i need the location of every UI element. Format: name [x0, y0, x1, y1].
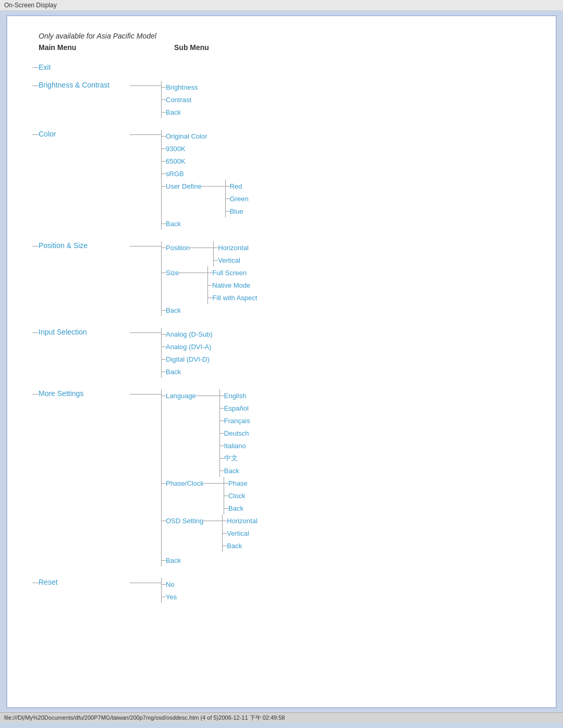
osd-back: Back: [227, 542, 242, 550]
phase-item: Phase: [228, 479, 248, 487]
francais-item: Français: [224, 417, 250, 425]
position-item: Position: [166, 244, 190, 252]
clock-item: Clock: [228, 492, 246, 500]
size-item: Size: [166, 269, 179, 277]
italiano-item: Italiano: [224, 442, 246, 450]
digital-dvid-item: Digital (DVI-D): [166, 355, 210, 363]
6500k-item: 6500K: [166, 157, 186, 165]
status-text: file:///D|/My%20Documents/dfu/200P7MG/ta…: [4, 714, 285, 721]
more-settings-back: Back: [166, 557, 181, 564]
full-screen-item: Full Screen: [212, 269, 247, 277]
user-define-item: User Define: [166, 182, 202, 190]
menu-reset: Reset No Yes: [32, 578, 535, 603]
color-back-item: Back: [166, 220, 181, 228]
brightness-contrast-label: Brightness & Contrast: [39, 81, 130, 89]
menu-color: Color Original Color 9300K 6500K: [32, 130, 535, 230]
input-selection-label: Input Selection: [39, 328, 130, 336]
header-note: Only available for Asia Pacific Model: [39, 32, 535, 40]
title-bar: On-Screen Display: [0, 0, 563, 11]
osd-vertical: Vertical: [227, 529, 249, 537]
reset-yes: Yes: [166, 593, 177, 601]
analog-dsub-item: Analog (D-Sub): [166, 330, 213, 338]
language-item: Language: [166, 392, 196, 400]
pos-back-item: Back: [166, 306, 181, 314]
fill-aspect-item: Fill with Aspect: [212, 294, 257, 302]
red-item: Red: [230, 182, 242, 190]
osd-menu: Exit Brightness & Contrast Brightness Co…: [39, 58, 535, 603]
lang-back-item: Back: [224, 467, 239, 475]
col-header-sub: Sub Menu: [174, 43, 209, 52]
deutsch-item: Deutsch: [224, 429, 249, 437]
analog-dvia-item: Analog (DVI-A): [166, 343, 211, 351]
status-bar: file:///D|/My%20Documents/dfu/200P7MG/ta…: [0, 712, 563, 723]
brightness-item: Brightness: [166, 83, 198, 91]
contrast-item: Contrast: [166, 96, 191, 104]
chinese-item: 中文: [224, 453, 238, 463]
blue-item: Blue: [230, 207, 243, 215]
reset-no: No: [166, 581, 175, 588]
menu-brightness-contrast: Brightness & Contrast Brightness Contras…: [32, 81, 535, 118]
menu-input-selection: Input Selection Analog (D-Sub) Analog (D…: [32, 328, 535, 378]
position-vertical: Vertical: [218, 256, 240, 264]
green-item: Green: [230, 195, 249, 203]
english-item: English: [224, 392, 247, 400]
9300k-item: 9300K: [166, 145, 186, 153]
native-mode-item: Native Mode: [212, 281, 250, 289]
menu-exit: Exit: [32, 63, 535, 71]
exit-label: Exit: [39, 63, 51, 71]
color-label: Color: [39, 130, 130, 138]
osd-setting-item: OSD Setting: [166, 517, 203, 525]
bc-back-item: Back: [166, 108, 181, 116]
reset-label: Reset: [39, 578, 130, 586]
position-horizontal: Horizontal: [218, 244, 249, 252]
menu-more-settings: More Settings Language: [32, 389, 535, 566]
phase-clock-item: Phase/Clock: [166, 479, 204, 487]
osd-horizontal: Horizontal: [227, 517, 258, 525]
pc-back-item: Back: [228, 504, 243, 512]
input-back-item: Back: [166, 368, 181, 376]
position-size-label: Position & Size: [39, 241, 130, 250]
title-text: On-Screen Display: [4, 2, 57, 9]
espanol-item: Español: [224, 404, 249, 412]
col-header-main: Main Menu: [39, 43, 174, 52]
original-color-item: Original Color: [166, 132, 207, 140]
srgb-item: sRGB: [166, 170, 184, 178]
more-settings-label: More Settings: [39, 389, 130, 398]
menu-position-size: Position & Size Position: [32, 241, 535, 316]
